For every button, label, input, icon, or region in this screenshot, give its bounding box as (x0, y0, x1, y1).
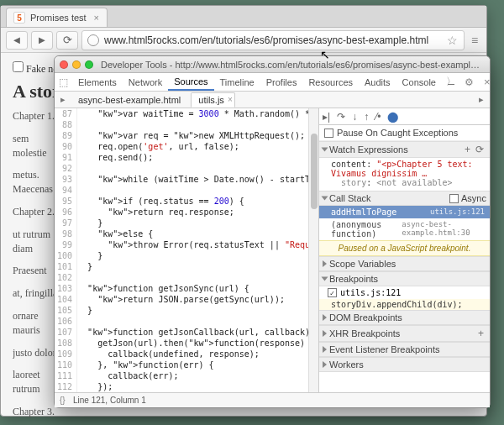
browser-tab[interactable]: 5 Promises test × (6, 8, 108, 27)
close-icon[interactable]: × (228, 95, 233, 104)
disclosure-triangle-icon[interactable] (323, 346, 327, 353)
watch-expressions-header[interactable]: Watch Expressions + ⟳ (319, 141, 490, 158)
breakpoints-header[interactable]: Breakpoints (319, 271, 490, 286)
source-code[interactable]: "kw">var waitTime = 3000 * Math.random()… (77, 108, 308, 392)
close-icon[interactable]: × (92, 13, 102, 23)
panel-audits[interactable]: Audits (359, 73, 396, 91)
debugger-toolbar: ▸| ↷ ↓ ↑ ⁄• ⬤ ↖ (319, 108, 490, 125)
devtools-window: Developer Tools - http://www.html5rocks.… (54, 55, 491, 408)
html5-favicon: 5 (13, 12, 25, 24)
breakpoint-code: storyDiv.appendChild(div); (319, 299, 490, 310)
stack-frame[interactable]: (anonymous function) async-best-example.… (319, 218, 490, 240)
browser-tabbar: 5 Promises test × (1, 6, 486, 28)
reload-button[interactable]: ⟳ (56, 31, 78, 50)
browser-toolbar: ◄ ► ⟳ www.html5rocks.com/en/tutorials/es… (1, 28, 486, 53)
panel-resources[interactable]: Resources (302, 73, 359, 91)
refresh-watch-icon[interactable]: ⟳ (473, 144, 486, 155)
close-window-button[interactable] (60, 60, 68, 69)
back-button[interactable]: ◄ (6, 31, 28, 50)
pause-message: Paused on a JavaScript breakpoint. (319, 240, 490, 256)
pretty-print-icon[interactable]: {} (60, 396, 73, 405)
disclosure-triangle-icon[interactable] (322, 277, 328, 281)
window-titlebar[interactable]: Developer Tools - http://www.html5rocks.… (55, 56, 490, 73)
disclosure-triangle-icon[interactable] (323, 330, 327, 337)
disclosure-triangle-icon[interactable] (323, 314, 327, 321)
dom-breakpoints-header[interactable]: DOM Breakpoints (319, 310, 490, 325)
step-out-icon[interactable]: ↑ (364, 111, 369, 123)
sources-file-tabs: ▸ async-best-example.html utils.js× ▸ (55, 92, 490, 108)
call-stack-header[interactable]: Call Stack Async (319, 191, 490, 206)
scrollbar-vertical[interactable] (308, 108, 318, 392)
deactivate-breakpoints-icon[interactable]: ⁄• (375, 111, 381, 123)
more-tabs-icon[interactable]: ▸ (473, 94, 490, 105)
add-watch-icon[interactable]: + (462, 144, 473, 155)
devtools-panel-tabs: ⬚ Elements Network Sources Timeline Prof… (55, 73, 490, 92)
address-bar[interactable]: www.html5rocks.com/en/tutorials/es6/prom… (81, 30, 465, 50)
cursor-position: Line 121, Column 1 (73, 396, 146, 405)
disclosure-triangle-icon[interactable] (322, 197, 328, 201)
scrollbar-thumb[interactable] (311, 134, 318, 209)
menu-icon[interactable]: ≡ (468, 34, 481, 47)
checkbox-unchecked[interactable] (324, 129, 333, 138)
pause-on-caught-row[interactable]: Pause On Caught Exceptions (319, 125, 490, 141)
panel-sources[interactable]: Sources (168, 73, 213, 91)
fake-network-checkbox[interactable] (13, 61, 24, 72)
navigator-icon[interactable]: ▸ (55, 94, 71, 105)
disclosure-triangle-icon[interactable] (323, 260, 327, 267)
breakpoint-item[interactable]: ✓ utils.js:121 (319, 286, 490, 299)
star-icon[interactable]: ☆ (445, 34, 459, 47)
globe-icon (87, 34, 99, 46)
workers-header[interactable]: Workers (319, 357, 490, 372)
tab-title: Promises test (30, 13, 87, 23)
panel-timeline[interactable]: Timeline (214, 73, 260, 91)
code-editor[interactable]: 87 88 89 90 91 92 93 94 95 96 97 98 99 1… (55, 108, 318, 392)
disclosure-triangle-icon[interactable] (323, 361, 327, 368)
minimize-window-button[interactable] (72, 60, 81, 69)
breakpoint-checkbox[interactable]: ✓ (328, 288, 337, 297)
status-bar: {} Line 121, Column 1 (55, 392, 490, 407)
event-listener-breakpoints-header[interactable]: Event Listener Breakpoints (319, 342, 490, 357)
zoom-window-button[interactable] (85, 60, 93, 69)
panel-network[interactable]: Network (123, 73, 168, 91)
debugger-sidebar: ▸| ↷ ↓ ↑ ⁄• ⬤ ↖ Pause On Caught Exceptio… (318, 108, 490, 392)
devtools-close-icon[interactable]: × (478, 73, 496, 91)
inspect-icon[interactable]: ⬚ (55, 73, 72, 91)
add-xhr-bp-icon[interactable]: + (475, 328, 486, 339)
resume-icon[interactable]: ▸| (323, 111, 330, 123)
drawer-icon[interactable]: 〉 (442, 73, 460, 91)
file-tab-utils[interactable]: utils.js× (191, 92, 235, 108)
panel-elements[interactable]: Elements (72, 73, 123, 91)
window-title: Developer Tools - http://www.html5rocks.… (97, 60, 485, 70)
forward-button[interactable]: ► (31, 31, 53, 50)
xhr-breakpoints-header[interactable]: XHR Breakpoints + (319, 325, 490, 342)
panel-profiles[interactable]: Profiles (260, 73, 303, 91)
step-over-icon[interactable]: ↷ (337, 111, 345, 123)
scope-variables-header[interactable]: Scope Variables (319, 256, 490, 271)
stack-frame-selected[interactable]: addHtmlToPage utils.js:121 (319, 206, 490, 218)
step-into-icon[interactable]: ↓ (352, 111, 357, 123)
watch-item[interactable]: content: "<p>Chapter 5 text: Vivamus dig… (319, 158, 490, 191)
line-gutter[interactable]: 87 88 89 90 91 92 93 94 95 96 97 98 99 1… (55, 108, 77, 392)
async-checkbox[interactable] (449, 194, 459, 203)
settings-icon[interactable]: ⚙ (460, 73, 478, 91)
traffic-lights (60, 60, 93, 69)
panel-console[interactable]: Console (396, 73, 442, 91)
pause-exceptions-icon[interactable]: ⬤ (387, 111, 398, 123)
file-tab-async[interactable]: async-best-example.html (71, 93, 191, 107)
disclosure-triangle-icon[interactable] (322, 148, 328, 152)
url-text: www.html5rocks.com/en/tutorials/es6/prom… (104, 34, 440, 46)
